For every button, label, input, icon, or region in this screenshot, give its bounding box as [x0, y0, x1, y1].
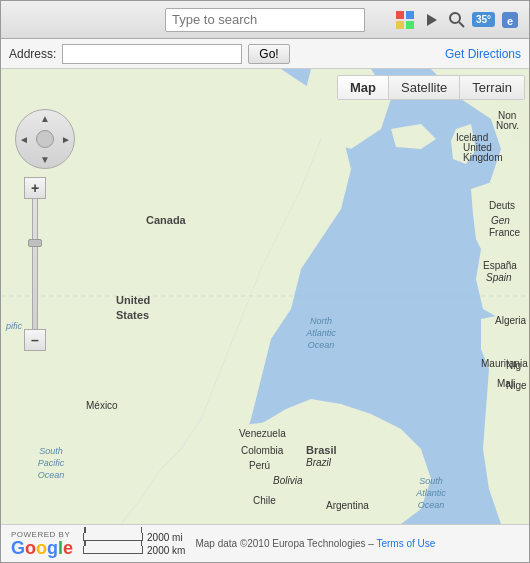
svg-text:Atlantic: Atlantic — [415, 488, 446, 498]
footer-top: POWERED BY Google 2000 mi 2000 km Map da… — [1, 525, 529, 563]
toolbar-icons: 35° e — [394, 9, 521, 31]
svg-text:France: France — [489, 227, 521, 238]
svg-text:España: España — [483, 260, 517, 271]
footer-wrapper: POWERED BY Google 2000 mi 2000 km Map da… — [1, 524, 529, 563]
scale-km: 2000 km — [83, 545, 185, 556]
map-attribution: Map data ©2010 Europa Technologies – Ter… — [195, 538, 435, 549]
address-input[interactable] — [62, 44, 242, 64]
svg-text:United: United — [116, 294, 150, 306]
toolbar: 35° e — [1, 1, 529, 39]
attribution-text: Map data ©2010 Europa Technologies – — [195, 538, 373, 549]
svg-text:Ocean: Ocean — [308, 340, 335, 350]
scale-miles-label: 2000 mi — [147, 532, 183, 543]
navigation-control: ▲ ▼ ◄ ► — [15, 109, 75, 169]
svg-rect-0 — [396, 11, 404, 19]
svg-rect-1 — [406, 11, 414, 19]
tab-map[interactable]: Map — [338, 76, 389, 99]
search-area — [165, 8, 365, 32]
svg-text:Norv.: Norv. — [496, 120, 519, 131]
google-logo: Google — [11, 539, 73, 557]
svg-text:South: South — [39, 446, 63, 456]
svg-text:Deuts: Deuts — [489, 200, 515, 211]
svg-text:Kingdom: Kingdom — [463, 152, 502, 163]
svg-text:Brazil: Brazil — [306, 457, 332, 468]
nav-left-arrow[interactable]: ◄ — [19, 134, 29, 145]
scale-miles: 2000 mi — [83, 532, 185, 543]
svg-text:Bolivia: Bolivia — [273, 475, 303, 486]
svg-rect-3 — [406, 21, 414, 29]
weather-badge[interactable]: 35° — [472, 12, 495, 27]
svg-text:México: México — [86, 400, 118, 411]
svg-text:Perú: Perú — [249, 460, 270, 471]
squares-icon[interactable] — [394, 9, 416, 31]
scale-graphic-miles — [83, 533, 143, 541]
scale-graphic-km — [83, 546, 143, 554]
terms-of-use-link[interactable]: Terms of Use — [376, 538, 435, 549]
magnify-icon[interactable] — [446, 9, 468, 31]
nav-up-arrow[interactable]: ▲ — [40, 113, 50, 124]
svg-text:Colombia: Colombia — [241, 445, 284, 456]
svg-text:e: e — [507, 15, 513, 27]
svg-rect-2 — [396, 21, 404, 29]
svg-text:States: States — [116, 309, 149, 321]
zoom-slider[interactable] — [32, 199, 38, 329]
svg-text:Atlantic: Atlantic — [305, 328, 336, 338]
search-input[interactable] — [165, 8, 365, 32]
tab-satellite[interactable]: Satellite — [389, 76, 460, 99]
nav-ring[interactable]: ▲ ▼ ◄ ► — [15, 109, 75, 169]
get-directions-link[interactable]: Get Directions — [445, 47, 521, 61]
zoom-control: + – — [23, 177, 47, 351]
svg-text:Ocean: Ocean — [38, 470, 65, 480]
svg-text:Mauritania: Mauritania — [481, 358, 528, 369]
map-tabs: Map Satellite Terrain — [337, 75, 525, 100]
svg-text:Chile: Chile — [253, 495, 276, 506]
nav-right-arrow[interactable]: ► — [61, 134, 71, 145]
svg-text:Canada: Canada — [146, 214, 187, 226]
scale-km-label: 2000 km — [147, 545, 185, 556]
powered-by-google: POWERED BY Google — [11, 530, 73, 557]
svg-text:Ocean: Ocean — [418, 500, 445, 510]
map-background: Canada United States México North Atlant… — [1, 69, 530, 524]
svg-text:pific: pific — [5, 321, 23, 331]
zoom-thumb[interactable] — [28, 239, 42, 247]
extension-icon[interactable]: e — [499, 9, 521, 31]
map-container[interactable]: Canada United States México North Atlant… — [1, 69, 530, 524]
scale-bar: 2000 mi 2000 km — [83, 532, 185, 556]
svg-text:Nlg: Nlg — [506, 360, 521, 371]
nav-down-arrow[interactable]: ▼ — [40, 154, 50, 165]
svg-text:Spain: Spain — [486, 272, 512, 283]
svg-text:Venezuela: Venezuela — [239, 428, 286, 439]
go-button[interactable]: Go! — [248, 44, 289, 64]
zoom-out-button[interactable]: – — [24, 329, 46, 351]
address-label: Address: — [9, 47, 56, 61]
svg-text:Algeria: Algeria — [495, 315, 527, 326]
svg-text:South: South — [419, 476, 443, 486]
svg-marker-4 — [427, 14, 437, 26]
tab-terrain[interactable]: Terrain — [460, 76, 524, 99]
svg-text:North: North — [310, 316, 332, 326]
nav-center-button[interactable] — [36, 130, 54, 148]
address-bar: Address: Go! Get Directions — [1, 39, 529, 69]
play-icon[interactable] — [420, 9, 442, 31]
zoom-in-button[interactable]: + — [24, 177, 46, 199]
svg-line-6 — [459, 22, 464, 27]
svg-text:Brasil: Brasil — [306, 444, 337, 456]
svg-text:Pacific: Pacific — [38, 458, 65, 468]
svg-text:Gen: Gen — [491, 215, 510, 226]
svg-point-5 — [450, 13, 460, 23]
svg-text:Nige: Nige — [506, 380, 527, 391]
svg-text:Argentina: Argentina — [326, 500, 369, 511]
